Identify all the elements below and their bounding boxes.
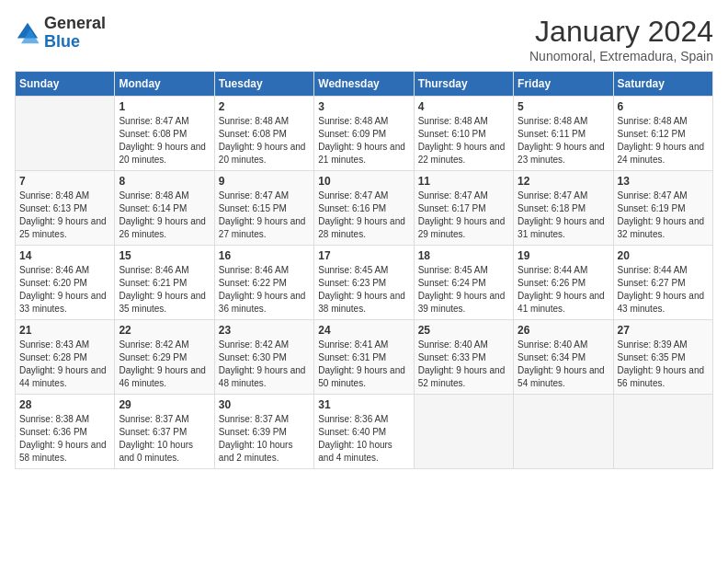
day-info: Sunrise: 8:40 AMSunset: 6:33 PMDaylight:… (418, 339, 509, 390)
day-info: Sunrise: 8:42 AMSunset: 6:29 PMDaylight:… (119, 339, 210, 390)
day-number: 22 (119, 324, 210, 337)
calendar-cell: 2Sunrise: 8:48 AMSunset: 6:08 PMDaylight… (214, 97, 313, 171)
day-info: Sunrise: 8:46 AMSunset: 6:20 PMDaylight:… (19, 264, 110, 316)
day-info: Sunrise: 8:40 AMSunset: 6:34 PMDaylight:… (518, 339, 609, 390)
day-number: 30 (219, 398, 310, 411)
calendar-cell: 3Sunrise: 8:48 AMSunset: 6:09 PMDaylight… (314, 97, 414, 171)
day-info: Sunrise: 8:47 AMSunset: 6:16 PMDaylight:… (318, 190, 409, 241)
day-info: Sunrise: 8:38 AMSunset: 6:36 PMDaylight:… (19, 413, 110, 465)
day-info: Sunrise: 8:47 AMSunset: 6:17 PMDaylight:… (418, 190, 509, 241)
day-number: 15 (119, 249, 210, 262)
day-number: 8 (119, 175, 210, 188)
calendar-cell: 16Sunrise: 8:46 AMSunset: 6:22 PMDayligh… (214, 246, 313, 320)
day-info: Sunrise: 8:42 AMSunset: 6:30 PMDaylight:… (219, 339, 310, 390)
calendar-cell: 24Sunrise: 8:41 AMSunset: 6:31 PMDayligh… (314, 320, 414, 395)
day-number: 1 (119, 100, 210, 113)
calendar-cell (414, 395, 513, 469)
calendar-cell: 31Sunrise: 8:36 AMSunset: 6:40 PMDayligh… (314, 395, 414, 469)
calendar-cell: 14Sunrise: 8:46 AMSunset: 6:20 PMDayligh… (16, 246, 115, 320)
day-number: 24 (318, 324, 409, 337)
day-number: 2 (219, 100, 310, 113)
calendar-cell: 6Sunrise: 8:48 AMSunset: 6:12 PMDaylight… (613, 97, 712, 171)
day-info: Sunrise: 8:44 AMSunset: 6:26 PMDaylight:… (518, 264, 609, 316)
day-info: Sunrise: 8:37 AMSunset: 6:37 PMDaylight:… (119, 413, 210, 465)
day-number: 29 (119, 398, 210, 411)
day-info: Sunrise: 8:48 AMSunset: 6:09 PMDaylight:… (318, 115, 409, 167)
day-number: 12 (518, 175, 609, 188)
day-info: Sunrise: 8:47 AMSunset: 6:18 PMDaylight:… (518, 190, 609, 241)
day-info: Sunrise: 8:47 AMSunset: 6:15 PMDaylight:… (219, 190, 310, 241)
location-subtitle: Nunomoral, Extremadura, Spain (529, 49, 713, 63)
logo-general-text: General (44, 14, 106, 32)
weekday-header-monday: Monday (115, 72, 214, 97)
calendar-cell: 28Sunrise: 8:38 AMSunset: 6:36 PMDayligh… (16, 395, 115, 469)
day-number: 10 (318, 175, 409, 188)
day-info: Sunrise: 8:45 AMSunset: 6:24 PMDaylight:… (418, 264, 509, 316)
calendar-cell: 19Sunrise: 8:44 AMSunset: 6:26 PMDayligh… (514, 246, 613, 320)
day-info: Sunrise: 8:44 AMSunset: 6:27 PMDaylight:… (618, 264, 709, 316)
calendar-cell: 9Sunrise: 8:47 AMSunset: 6:15 PMDaylight… (214, 171, 313, 246)
day-number: 16 (219, 249, 310, 262)
day-info: Sunrise: 8:36 AMSunset: 6:40 PMDaylight:… (318, 413, 409, 465)
title-block: January 2024 Nunomoral, Extremadura, Spa… (529, 15, 713, 63)
day-number: 25 (418, 324, 509, 337)
day-info: Sunrise: 8:37 AMSunset: 6:39 PMDaylight:… (219, 413, 310, 465)
weekday-header-friday: Friday (514, 72, 613, 97)
calendar-cell: 21Sunrise: 8:43 AMSunset: 6:28 PMDayligh… (16, 320, 115, 395)
day-number: 21 (19, 324, 110, 337)
day-number: 31 (318, 398, 409, 411)
calendar-cell: 29Sunrise: 8:37 AMSunset: 6:37 PMDayligh… (115, 395, 214, 469)
day-info: Sunrise: 8:41 AMSunset: 6:31 PMDaylight:… (318, 339, 409, 390)
day-number: 18 (418, 249, 509, 262)
calendar-cell: 23Sunrise: 8:42 AMSunset: 6:30 PMDayligh… (214, 320, 313, 395)
calendar-cell: 7Sunrise: 8:48 AMSunset: 6:13 PMDaylight… (16, 171, 115, 246)
weekday-header-wednesday: Wednesday (314, 72, 414, 97)
calendar-cell: 25Sunrise: 8:40 AMSunset: 6:33 PMDayligh… (414, 320, 513, 395)
day-number: 19 (518, 249, 609, 262)
day-info: Sunrise: 8:45 AMSunset: 6:23 PMDaylight:… (318, 264, 409, 316)
day-info: Sunrise: 8:47 AMSunset: 6:19 PMDaylight:… (618, 190, 709, 241)
weekday-header-sunday: Sunday (16, 72, 115, 97)
day-number: 14 (19, 249, 110, 262)
day-number: 11 (418, 175, 509, 188)
day-number: 7 (19, 175, 110, 188)
calendar-cell: 20Sunrise: 8:44 AMSunset: 6:27 PMDayligh… (613, 246, 712, 320)
calendar-cell: 26Sunrise: 8:40 AMSunset: 6:34 PMDayligh… (514, 320, 613, 395)
calendar-cell: 13Sunrise: 8:47 AMSunset: 6:19 PMDayligh… (613, 171, 712, 246)
day-info: Sunrise: 8:46 AMSunset: 6:21 PMDaylight:… (119, 264, 210, 316)
calendar-cell: 12Sunrise: 8:47 AMSunset: 6:18 PMDayligh… (514, 171, 613, 246)
calendar-cell: 18Sunrise: 8:45 AMSunset: 6:24 PMDayligh… (414, 246, 513, 320)
page-header: General Blue January 2024 Nunomoral, Ext… (15, 15, 713, 63)
day-number: 6 (618, 100, 709, 113)
calendar-cell: 11Sunrise: 8:47 AMSunset: 6:17 PMDayligh… (414, 171, 513, 246)
weekday-header-saturday: Saturday (613, 72, 712, 97)
logo-blue-text: Blue (44, 32, 80, 51)
day-info: Sunrise: 8:46 AMSunset: 6:22 PMDaylight:… (219, 264, 310, 316)
day-info: Sunrise: 8:43 AMSunset: 6:28 PMDaylight:… (19, 339, 110, 390)
calendar-cell: 27Sunrise: 8:39 AMSunset: 6:35 PMDayligh… (613, 320, 712, 395)
calendar-cell (16, 97, 115, 171)
calendar-table: SundayMondayTuesdayWednesdayThursdayFrid… (15, 71, 713, 469)
calendar-cell: 5Sunrise: 8:48 AMSunset: 6:11 PMDaylight… (514, 97, 613, 171)
day-info: Sunrise: 8:39 AMSunset: 6:35 PMDaylight:… (618, 339, 709, 390)
month-title: January 2024 (529, 15, 713, 49)
calendar-cell: 17Sunrise: 8:45 AMSunset: 6:23 PMDayligh… (314, 246, 414, 320)
day-number: 5 (518, 100, 609, 113)
calendar-cell (514, 395, 613, 469)
day-number: 13 (618, 175, 709, 188)
calendar-cell: 8Sunrise: 8:48 AMSunset: 6:14 PMDaylight… (115, 171, 214, 246)
logo-icon (15, 20, 40, 46)
calendar-cell: 10Sunrise: 8:47 AMSunset: 6:16 PMDayligh… (314, 171, 414, 246)
day-number: 9 (219, 175, 310, 188)
day-info: Sunrise: 8:47 AMSunset: 6:08 PMDaylight:… (119, 115, 210, 167)
day-info: Sunrise: 8:48 AMSunset: 6:10 PMDaylight:… (418, 115, 509, 167)
calendar-cell: 22Sunrise: 8:42 AMSunset: 6:29 PMDayligh… (115, 320, 214, 395)
day-number: 27 (618, 324, 709, 337)
day-info: Sunrise: 8:48 AMSunset: 6:12 PMDaylight:… (618, 115, 709, 167)
day-number: 20 (618, 249, 709, 262)
day-number: 3 (318, 100, 409, 113)
calendar-cell (613, 395, 712, 469)
calendar-cell: 30Sunrise: 8:37 AMSunset: 6:39 PMDayligh… (214, 395, 313, 469)
day-number: 23 (219, 324, 310, 337)
day-info: Sunrise: 8:48 AMSunset: 6:13 PMDaylight:… (19, 190, 110, 241)
